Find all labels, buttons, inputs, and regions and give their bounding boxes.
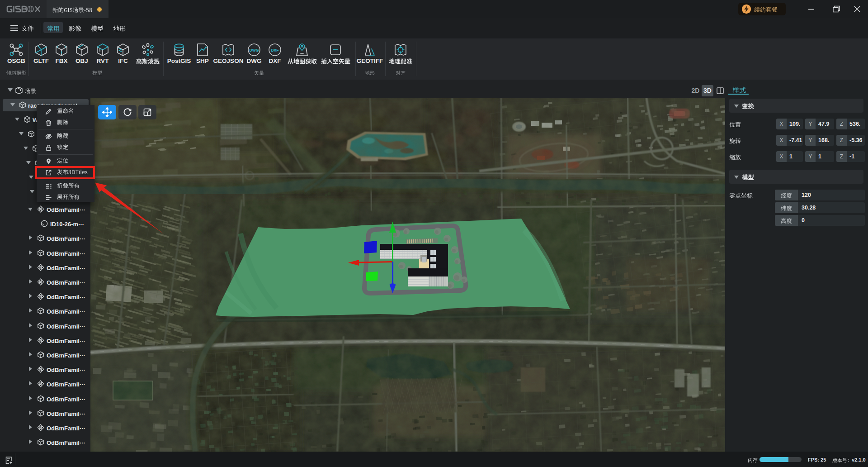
svg-text:DWG: DWG	[249, 48, 259, 52]
svg-text:DXF: DXF	[271, 48, 278, 52]
